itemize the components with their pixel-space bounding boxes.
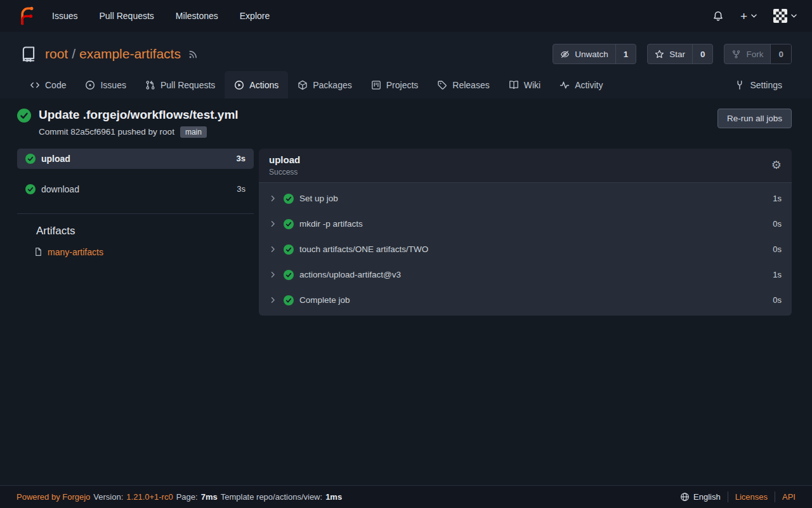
job-detail-name: upload [269, 154, 300, 165]
tag-icon [437, 80, 447, 90]
unwatch-button[interactable]: Unwatch [553, 44, 615, 64]
breadcrumb-separator: / [68, 46, 79, 62]
tab-projects[interactable]: Projects [362, 71, 428, 98]
tab-settings[interactable]: Settings [725, 71, 792, 98]
tab-code[interactable]: Code [20, 71, 75, 98]
licenses-link[interactable]: Licenses [735, 492, 768, 502]
forks-count[interactable]: 0 [770, 44, 791, 64]
tab-actions[interactable]: Actions [225, 71, 288, 98]
nav-explore[interactable]: Explore [240, 11, 270, 21]
page-time-label: Page: [176, 492, 198, 502]
eye-slash-icon [560, 50, 570, 59]
step-duration: 1s [773, 270, 782, 279]
branch-badge[interactable]: main [180, 126, 207, 138]
chevron-down-icon [751, 14, 757, 18]
job-detail-panel: upload Success ⚙ Set up job 1s mkdir -p … [259, 149, 792, 316]
bell-icon [712, 10, 724, 22]
tab-pull-requests[interactable]: Pull Requests [136, 71, 225, 98]
powered-by-link[interactable]: Powered by Forgejo [16, 492, 90, 502]
tools-icon [735, 80, 745, 90]
rss-icon[interactable] [188, 49, 199, 60]
breadcrumb: root / example-artifacts [45, 46, 181, 62]
star-button[interactable]: Star [648, 44, 692, 64]
tab-wiki[interactable]: Wiki [499, 71, 550, 98]
api-link[interactable]: API [782, 492, 796, 502]
template-time-value: 1ms [325, 492, 342, 502]
step-row-setup[interactable]: Set up job 1s [259, 186, 792, 211]
code-icon [30, 80, 40, 90]
step-duration: 1s [773, 194, 782, 203]
run-commit-line: Commit 82a5cf6961 pushed by root main [39, 126, 239, 138]
avatar [773, 9, 787, 23]
repo-name-link[interactable]: example-artifacts [79, 46, 181, 62]
job-success-icon [25, 154, 36, 164]
step-duration: 0s [773, 244, 782, 254]
step-success-icon [284, 219, 294, 229]
steps-list: Set up job 1s mkdir -p artifacts 0s touc… [259, 183, 792, 316]
star-icon [655, 50, 664, 59]
version-link[interactable]: 1.21.0+1-rc0 [126, 492, 173, 502]
forgejo-logo-icon [16, 6, 36, 25]
project-icon [371, 80, 381, 90]
nav-pull-requests[interactable]: Pull Requests [99, 11, 154, 21]
page-footer: Powered by Forgejo Version: 1.21.0+1-rc0… [0, 485, 812, 508]
nav-issues[interactable]: Issues [52, 11, 77, 21]
commit-text: Commit 82a5cf6961 pushed by root [39, 127, 174, 137]
step-row-mkdir[interactable]: mkdir -p artifacts 0s [259, 211, 792, 237]
artifact-item: many-artifacts [34, 247, 254, 257]
chevron-down-icon [791, 14, 797, 18]
file-icon [34, 247, 43, 257]
nav-milestones[interactable]: Milestones [176, 11, 218, 21]
jobs-sidebar: upload 3s download 3s Artifacts many-art… [17, 149, 254, 257]
job-name: upload [41, 154, 70, 164]
notifications-button[interactable] [712, 10, 724, 22]
plus-icon: + [740, 10, 747, 22]
repo-owner-link[interactable]: root [45, 46, 68, 62]
step-name: touch artifacts/ONE artifacts/TWO [299, 244, 428, 254]
footer-divider [728, 491, 728, 502]
job-item-upload[interactable]: upload 3s [17, 149, 254, 169]
step-name: Complete job [299, 295, 350, 305]
create-new-dropdown[interactable]: + [740, 10, 757, 22]
pulse-icon [560, 80, 570, 90]
artifact-download-link[interactable]: many-artifacts [48, 247, 103, 257]
watch-button-group: Unwatch 1 [553, 44, 636, 64]
watchers-count[interactable]: 1 [615, 44, 636, 64]
step-row-touch[interactable]: touch artifacts/ONE artifacts/TWO 0s [259, 237, 792, 262]
step-duration: 0s [773, 295, 782, 305]
tab-issues[interactable]: Issues [75, 71, 135, 98]
run-title: Update .forgejo/workflows/test.yml [39, 107, 239, 124]
step-success-icon [284, 194, 294, 204]
job-item-download[interactable]: download 3s [17, 179, 254, 199]
chevron-right-icon [269, 220, 277, 228]
package-icon [298, 80, 308, 90]
actions-run-view: Update .forgejo/workflows/test.yml Commi… [0, 98, 812, 485]
issue-icon [85, 80, 95, 90]
tab-releases[interactable]: Releases [428, 71, 499, 98]
step-success-icon [284, 295, 294, 305]
fork-icon [731, 50, 741, 59]
chevron-right-icon [269, 296, 277, 304]
repo-icon [20, 46, 37, 62]
footer-divider [775, 491, 775, 502]
gear-icon[interactable]: ⚙ [771, 159, 782, 171]
job-duration: 3s [237, 154, 246, 163]
step-row-complete[interactable]: Complete job 0s [259, 288, 792, 313]
language-selector[interactable]: English [680, 492, 721, 502]
rerun-all-jobs-button[interactable]: Re-run all jobs [717, 109, 792, 128]
pull-request-icon [145, 80, 155, 90]
run-success-icon [17, 109, 31, 123]
repo-header: root / example-artifacts Unwatch 1 Star … [0, 32, 812, 98]
step-row-upload-artifact[interactable]: actions/upload-artifact@v3 1s [259, 262, 792, 288]
step-name: Set up job [299, 194, 338, 203]
step-success-icon [284, 270, 294, 280]
artifacts-heading: Artifacts [36, 225, 254, 237]
globe-icon [680, 492, 690, 502]
job-detail-status: Success [269, 168, 300, 177]
user-menu[interactable] [773, 9, 797, 23]
stars-count[interactable]: 0 [692, 44, 713, 64]
chevron-right-icon [269, 245, 277, 253]
forgejo-logo[interactable] [16, 6, 36, 25]
tab-activity[interactable]: Activity [550, 71, 612, 98]
tab-packages[interactable]: Packages [288, 71, 361, 98]
